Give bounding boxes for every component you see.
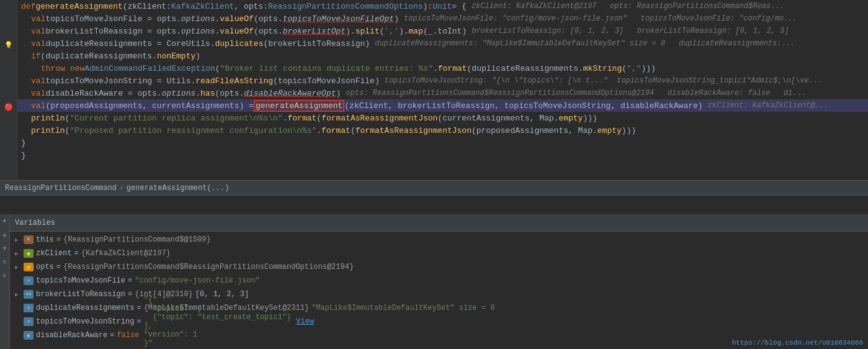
expand-dup[interactable]: ▶ (15, 305, 24, 312)
gutter-row-12 (0, 138, 17, 150)
expand-this[interactable]: ▶ (15, 237, 24, 243)
gutter-row-2 (0, 14, 17, 26)
var-val-this: {ReassignPartitionsCommand$@1509} (63, 235, 211, 244)
code-line-4: val duplicateReassignments = CoreUtils. … (17, 37, 868, 50)
hint-line4: duplicateReassignments: "MapLike$Immutab… (375, 39, 795, 48)
gutter-row-9: 🔴 (0, 101, 17, 113)
code-line-8: val disableRackAware = opts. options . h… (17, 87, 868, 99)
divider-space (0, 196, 868, 214)
code-line-13: } (17, 149, 868, 161)
code-line-6: throw new AdminCommandFailedException ( … (17, 62, 868, 75)
icon-broker: ≡≡ (24, 290, 34, 299)
var-name-disable: disableRackAware (36, 331, 107, 340)
breadcrumb-method: generateAssignment(...) (127, 184, 230, 193)
var-row-jsonstring[interactable]: ▶ ≡ topicsToMoveJsonString = "{ "topics"… (10, 315, 868, 329)
gutter-row-10 (0, 113, 17, 125)
icon-opts: ◎ (24, 263, 34, 271)
var-name-opts: opts (36, 263, 54, 271)
fn-name: generateAssignment (35, 2, 122, 11)
sidebar-list-icon[interactable]: ≡ (1, 258, 9, 266)
gutter-row-5 (0, 51, 17, 63)
expand-disable[interactable]: ▶ (15, 332, 24, 339)
hint-line1: zkClient: KafkaZkClient@2197 opts: Reass… (472, 2, 784, 11)
gutter-row-11 (0, 125, 17, 138)
var-row-opts[interactable]: ▶ ◎ opts = {ReassignPartitionsCommand$Re… (10, 260, 868, 274)
code-content: def generateAssignment (zkClient: KafkaZ… (17, 0, 868, 180)
expand-jsonstring[interactable]: ▶ (15, 319, 24, 325)
watermark: https://blog.csdn.net/u010634066 (732, 339, 863, 347)
line1-params: (zkClient: (123, 2, 171, 11)
var-val-topics: "config/move-json-file.json" (135, 276, 260, 285)
hint-line9: zkClient: KafkaZkClient@... (708, 101, 828, 110)
var-row-dup[interactable]: ▶ ≡ duplicateReassignments = {MapLike$Im… (10, 301, 868, 315)
code-line-1: def generateAssignment (zkClient: KafkaZ… (17, 0, 868, 12)
bottom-area: + ▲ ▼ ≡ ⚙ Variables ▶ ≡ this = {Reassign… (0, 214, 868, 349)
code-line-5: if (duplicateReassignments. nonEmpty ) (17, 50, 868, 62)
var-val-disable: false (117, 331, 139, 340)
gutter-row-7 (0, 76, 17, 88)
var-name-jsonstring: topicsToMoveJsonString (36, 317, 134, 326)
code-line-2: val topicsToMoveJsonFile = opts. options… (17, 12, 868, 25)
hint-line3: brokerListToReassign: [0, 1, 2, 3] broke… (472, 27, 789, 35)
code-line-9: val (proposedAssignments, currentAssignm… (17, 99, 868, 112)
code-line-3: val brokerListToReassign = opts. options… (17, 25, 868, 37)
var-val-jsonstring: "{ "topics": [ {"topic": "test_create_to… (144, 296, 292, 348)
variables-title: Variables (15, 219, 55, 227)
var-name-topics: topicsToMoveJsonFile (36, 276, 125, 285)
hint-line8: opts: ReassignPartitionsCommand$Reassign… (346, 89, 806, 97)
icon-topics: ≡ (24, 276, 34, 285)
code-line-7: val topicsToMoveJsonString = Utils. read… (17, 75, 868, 87)
sidebar-gear-icon[interactable]: ⚙ (1, 271, 9, 280)
variables-panel: Variables ▶ ≡ this = {ReassignPartitions… (10, 214, 868, 349)
error-icon: 🔴 (4, 103, 13, 111)
sidebar-down-icon[interactable]: ▼ (1, 244, 9, 253)
gutter-row-4: 💡 (0, 39, 17, 51)
breadcrumb-sep: › (119, 183, 124, 193)
variables-header: Variables (10, 214, 868, 232)
hint-line2: topicsToMoveJsonFile: "config/move-json-… (404, 14, 797, 23)
breadcrumb-class: ReassignPartitionsCommand (5, 184, 117, 193)
var-row-broker[interactable]: ▶ ≡≡ brokerListToReassign = {int[4]@2310… (10, 288, 868, 301)
icon-zkclient: ◉ (24, 249, 34, 258)
gutter-row-13 (0, 150, 17, 163)
expand-opts[interactable]: ▶ (15, 264, 24, 271)
var-name-this: this (36, 235, 54, 244)
gutter-row-1 (0, 1, 17, 14)
code-line-12: } (17, 137, 868, 149)
expand-zkclient[interactable]: ▶ (15, 250, 24, 257)
var-val-zkclient: {KafkaZkClient@2197} (81, 249, 171, 258)
breadcrumb-bar: ReassignPartitionsCommand › generateAssi… (0, 180, 868, 196)
expand-topics[interactable]: ▶ (15, 278, 24, 284)
var-name-zkclient: zkClient (36, 249, 72, 258)
code-line-10: println ( "Current partition replica ass… (17, 112, 868, 124)
gutter-row-8 (0, 88, 17, 101)
icon-disable: ◈ (24, 331, 34, 340)
var-extra-dup: "MapLike$ImmutableDefaultKeySet" size = … (311, 304, 494, 312)
icon-this: ≡ (24, 235, 34, 244)
hint-line7: topicsToMoveJsonString: "{\n \"topics\":… (385, 76, 823, 85)
icon-jsonstring: ≡ (24, 317, 34, 326)
var-row-zkclient[interactable]: ▶ ◉ zkClient = {KafkaZkClient@2197} (10, 247, 868, 260)
var-name-dup: duplicateReassignments (36, 304, 134, 312)
variables-list: ▶ ≡ this = {ReassignPartitionsCommand$@1… (10, 232, 868, 349)
var-link-jsonstring[interactable]: View (296, 317, 314, 326)
highlighted-fn: generateAssignment (254, 100, 344, 112)
var-row-topics[interactable]: ▶ ≡ topicsToMoveJsonFile = "config/move-… (10, 274, 868, 288)
gutter-row-6 (0, 63, 17, 76)
gutter: 💡 🔴 (0, 0, 17, 180)
throw-new-keyword: throw new (41, 64, 84, 73)
gutter-row-3 (0, 26, 17, 39)
var-val-opts: {ReassignPartitionsCommand$ReassignParti… (63, 263, 354, 271)
code-line-11: println ( "Proposed partition reassignme… (17, 124, 868, 137)
keyword-def: def (21, 2, 35, 11)
code-editor: 💡 🔴 def generateAssignment ( (0, 0, 868, 180)
left-sidebar: + ▲ ▼ ≡ ⚙ (0, 214, 10, 349)
sidebar-up-icon[interactable]: ▲ (1, 230, 9, 239)
var-name-broker: brokerListToReassign (36, 290, 125, 299)
icon-dup: ≡ (24, 304, 34, 312)
sidebar-add-icon[interactable]: + (1, 217, 9, 225)
bulb-icon: 💡 (4, 41, 13, 49)
expand-broker[interactable]: ▶ (15, 291, 24, 298)
var-row-this[interactable]: ▶ ≡ this = {ReassignPartitionsCommand$@1… (10, 233, 868, 247)
